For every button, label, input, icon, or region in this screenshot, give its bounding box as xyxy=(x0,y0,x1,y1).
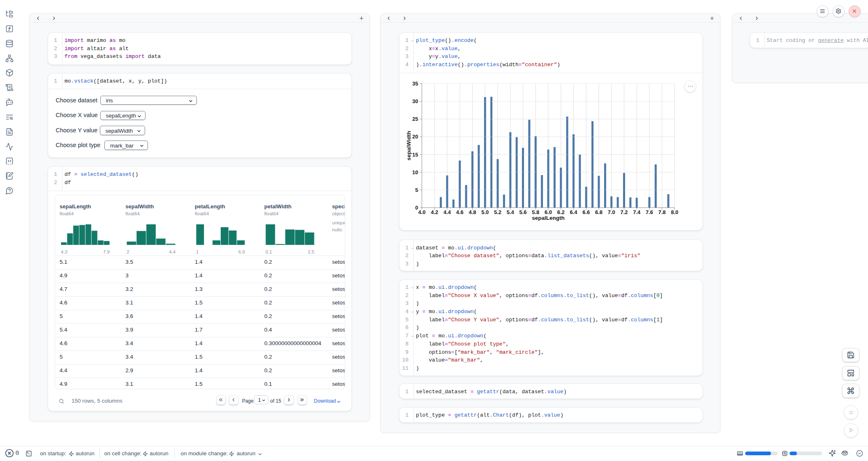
svg-text:5.6: 5.6 xyxy=(519,209,526,215)
svg-text:7.6: 7.6 xyxy=(645,209,653,215)
svg-text:10: 10 xyxy=(412,169,418,175)
svg-text:4.4: 4.4 xyxy=(443,209,451,215)
svg-text:20: 20 xyxy=(412,134,418,140)
svg-text:7.8: 7.8 xyxy=(658,209,665,215)
svg-text:7.4: 7.4 xyxy=(633,209,641,215)
svg-text:5.0: 5.0 xyxy=(481,209,489,215)
svg-text:5.4: 5.4 xyxy=(506,209,514,215)
svg-text:4.0: 4.0 xyxy=(418,209,425,215)
svg-text:15: 15 xyxy=(412,152,418,158)
svg-text:6.6: 6.6 xyxy=(582,209,590,215)
svg-text:5.2: 5.2 xyxy=(494,209,501,215)
svg-text:5: 5 xyxy=(415,187,418,193)
svg-text:30: 30 xyxy=(412,98,418,104)
svg-text:35: 35 xyxy=(412,81,418,87)
svg-text:8.0: 8.0 xyxy=(671,209,678,215)
svg-text:7.2: 7.2 xyxy=(620,209,628,215)
svg-text:4.2: 4.2 xyxy=(431,209,438,215)
svg-text:7.0: 7.0 xyxy=(607,209,615,215)
svg-text:0: 0 xyxy=(415,205,418,211)
svg-text:6.8: 6.8 xyxy=(595,209,602,215)
svg-text:sepalWidth: sepalWidth xyxy=(406,131,412,161)
svg-text:sepalLength: sepalLength xyxy=(532,215,565,221)
svg-text:25: 25 xyxy=(412,116,418,122)
svg-text:6.4: 6.4 xyxy=(570,209,577,215)
svg-text:4.8: 4.8 xyxy=(469,209,476,215)
svg-text:4.6: 4.6 xyxy=(456,209,463,215)
